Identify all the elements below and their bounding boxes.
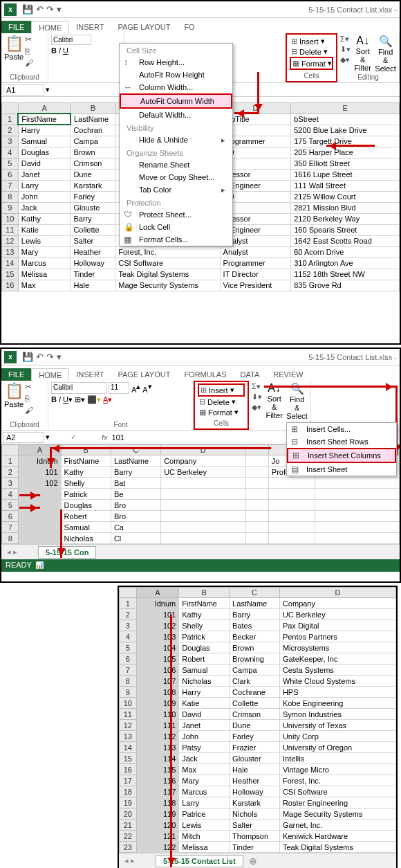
cell[interactable]: 121 <box>136 831 179 842</box>
cell[interactable]: Jack <box>179 753 230 764</box>
cell[interactable]: Vice President <box>220 280 291 291</box>
row-header[interactable]: 6 <box>2 169 19 180</box>
cell[interactable]: 101 <box>136 609 179 620</box>
cell[interactable] <box>268 511 315 522</box>
cell[interactable]: Roster Engineering <box>279 797 395 808</box>
cell[interactable]: 1642 East Scotts Road <box>291 235 400 246</box>
menu-insert-cells[interactable]: ⊞Insert Cells... <box>287 423 396 435</box>
cell[interactable] <box>268 500 315 511</box>
paste-button[interactable]: 📋 Paste <box>4 35 24 68</box>
cell[interactable]: Glouste <box>71 202 115 213</box>
row-header[interactable]: 4 <box>120 631 137 642</box>
column-header[interactable]: D <box>279 588 395 598</box>
column-header[interactable]: C <box>230 588 280 598</box>
autosum-icon[interactable]: Σ▾ <box>340 35 351 44</box>
row-header[interactable]: 19 <box>120 797 137 808</box>
row-header[interactable]: 18 <box>120 786 137 797</box>
cell[interactable]: 2120 Berkeley Way <box>291 213 400 224</box>
cell[interactable]: Farley <box>71 191 115 202</box>
cell[interactable]: Clark <box>230 676 280 687</box>
shrink-font-icon[interactable]: A▾ <box>142 382 151 394</box>
cut-icon[interactable]: ✂ <box>25 35 33 44</box>
fx-icon[interactable]: fx <box>102 433 108 442</box>
cell[interactable]: 2821 Mission Blvd <box>291 202 400 213</box>
cell[interactable]: Vintage Micro <box>279 764 395 775</box>
cell[interactable]: Campa <box>230 664 280 676</box>
cell[interactable]: Barry <box>111 467 160 478</box>
sheet-nav-icon[interactable]: ◂ ▸ <box>124 856 135 865</box>
row-header[interactable]: 12 <box>2 235 19 246</box>
cell[interactable]: Salter <box>230 820 280 831</box>
cell[interactable]: Heather <box>230 775 280 786</box>
cell[interactable]: Samual <box>61 522 111 533</box>
formula-bar[interactable]: 101 <box>112 433 124 442</box>
column-header[interactable]: E <box>291 103 400 114</box>
cell[interactable]: FirstName <box>61 455 111 467</box>
row-header[interactable]: 16 <box>2 280 19 291</box>
column-header[interactable] <box>245 445 268 455</box>
copy-icon[interactable]: ⎘ <box>25 46 33 56</box>
menu-autofit-column[interactable]: AutoFit Column Width <box>120 93 232 109</box>
cell[interactable]: Bat <box>111 478 160 489</box>
cell[interactable]: LastName <box>71 114 115 125</box>
cell[interactable]: Samual <box>179 664 230 676</box>
row-header[interactable]: 6 <box>2 511 19 522</box>
cell[interactable]: Be <box>111 489 160 500</box>
cell[interactable]: 60 Acorn Drive <box>291 246 400 257</box>
cell[interactable]: GateKeeper, Inc <box>279 653 395 664</box>
cell[interactable]: Unity Corp <box>279 731 395 742</box>
cell[interactable]: 105 <box>136 653 179 664</box>
cell[interactable]: Company <box>279 598 395 609</box>
row-header[interactable]: 6 <box>120 653 137 664</box>
sheet-tab[interactable]: 5-15-15 Con <box>38 546 96 559</box>
cell[interactable]: Mary <box>18 246 71 257</box>
cell[interactable] <box>268 522 315 533</box>
cell[interactable]: Shelly <box>179 620 230 631</box>
cell[interactable]: Douglas <box>18 147 71 158</box>
row-header[interactable]: 10 <box>120 698 137 709</box>
cell[interactable]: 102 <box>19 478 61 489</box>
menu-insert-rows[interactable]: ⊟Insert Sheet Rows <box>287 435 396 448</box>
insert-cells-button[interactable]: ⊞Insert▾ <box>290 36 333 46</box>
cell[interactable]: Keniwick Hardware <box>279 831 395 842</box>
cell[interactable]: Brown <box>230 642 280 653</box>
cell[interactable]: 119 <box>136 808 179 820</box>
cell[interactable]: Becker <box>230 631 280 642</box>
row-header[interactable]: 5 <box>120 642 137 653</box>
copy-icon[interactable]: ⎘ <box>25 394 33 404</box>
row-header[interactable]: 15 <box>2 269 19 280</box>
cell[interactable]: 111 Wall Street <box>291 180 400 191</box>
cell[interactable]: 116 <box>136 775 179 786</box>
row-header[interactable]: 9 <box>120 687 137 698</box>
cell[interactable]: Cl <box>111 533 160 544</box>
cell[interactable]: Mary <box>179 775 230 786</box>
cell[interactable] <box>315 533 399 544</box>
cell[interactable]: University of Oregon <box>279 742 395 753</box>
cell[interactable]: Pentos Partners <box>279 631 395 642</box>
cell[interactable]: Karstark <box>71 180 115 191</box>
cell[interactable]: 109 <box>136 698 179 709</box>
cell[interactable]: Collette <box>71 224 115 235</box>
row-header[interactable]: 23 <box>120 842 137 853</box>
cell[interactable]: Samual <box>18 136 71 147</box>
row-header[interactable]: 11 <box>2 224 19 235</box>
insert-cells-button[interactable]: ⊞Insert▾ <box>198 383 245 397</box>
cell[interactable]: 103 <box>136 631 179 642</box>
cell[interactable]: Larry <box>179 797 230 808</box>
menu-insert-columns[interactable]: ⊞Insert Sheet Columns <box>287 448 396 463</box>
tab-formulas[interactable]: FORMULAS <box>177 368 233 381</box>
undo-icon[interactable]: ↶ <box>36 352 44 362</box>
find-select-button[interactable]: 🔍Find & Select <box>286 382 308 420</box>
cell[interactable]: 2125 Willow Court <box>291 191 400 202</box>
row-header[interactable]: 17 <box>120 775 137 786</box>
cell[interactable] <box>161 511 245 522</box>
cell[interactable]: 107 <box>136 676 179 687</box>
cell[interactable]: 5200 Blue Lake Drive <box>291 125 400 136</box>
row-header[interactable]: 2 <box>120 609 137 620</box>
cell[interactable]: LastName <box>111 455 160 467</box>
cell[interactable]: LastName <box>230 598 280 609</box>
cell[interactable]: Forest, Inc. <box>115 246 220 257</box>
row-header[interactable]: 20 <box>120 808 137 820</box>
cell[interactable]: Bro <box>111 511 160 522</box>
cell[interactable] <box>161 533 245 544</box>
